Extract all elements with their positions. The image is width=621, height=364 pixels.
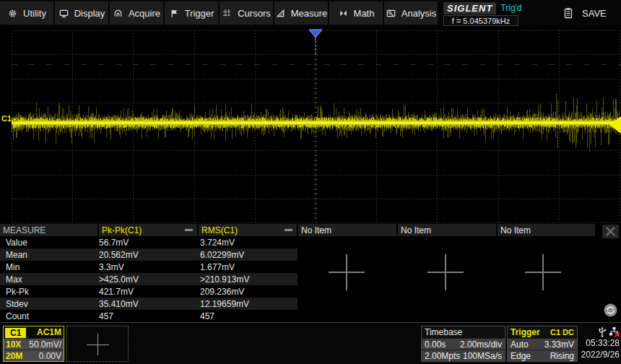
oscilloscope-screen: Utility Display Acquire Trigger <box>0 0 621 364</box>
menu-item-acquire[interactable]: Acquire <box>110 1 165 25</box>
measure-icon <box>275 8 286 19</box>
acquire-icon <box>113 8 123 19</box>
measure-column-pkpk[interactable]: Pk-Pk(C1) <box>99 224 197 236</box>
analysis-icon <box>386 8 396 19</box>
top-menu-bar: Utility Display Acquire Trigger <box>0 0 621 26</box>
trigger-mode: Auto <box>511 339 529 350</box>
cursors-icon <box>222 8 233 19</box>
math-icon <box>338 8 349 19</box>
trigger-type: Edge <box>511 351 531 361</box>
trigger-source: C1 DC <box>550 328 574 337</box>
display-icon <box>58 8 69 19</box>
close-measure-table-button[interactable] <box>602 225 619 238</box>
timebase-descriptor[interactable]: Timebase 0.00s 2.00ms/div 2.00Mpts 100MS… <box>421 326 505 362</box>
channel-offset-marker[interactable]: C1▼ <box>1 114 17 123</box>
measure-table-title-cell: MEASURE <box>0 224 97 236</box>
add-measurement-button-3[interactable] <box>525 254 561 290</box>
trigger-slope: Rising <box>550 351 574 361</box>
menu-item-cursors[interactable]: Cursors <box>220 1 274 25</box>
channel-probe: 10X <box>6 339 21 350</box>
menu-label: Math <box>354 8 375 19</box>
channel-marker-label: C1 <box>1 114 12 123</box>
add-measurement-button-2[interactable] <box>427 254 464 290</box>
trigger-level-marker[interactable] <box>609 116 621 134</box>
timebase-samplerate: 100MSa/s <box>463 351 502 361</box>
measure-column-empty-1[interactable]: No Item <box>298 224 396 236</box>
waveform-canvas[interactable] <box>0 26 621 224</box>
save-label: SAVE <box>582 8 607 19</box>
channel-1-descriptor[interactable]: C1 AC1M 10X 50.0mV/ 20M 0.00V <box>3 326 64 362</box>
trigger-descriptor[interactable]: Trigger C1 DC Auto 3.33mV Edge Rising <box>507 326 578 362</box>
menu-label: Trigger <box>185 8 214 19</box>
menu-label: Analysis <box>401 8 436 19</box>
measure-table: MEASURE Pk-Pk(C1) RMS(C1) No Item No Ite… <box>0 224 621 322</box>
measure-column-empty-2[interactable]: No Item <box>398 224 496 236</box>
measure-table-title: MEASURE <box>0 225 45 235</box>
close-icon <box>605 226 616 237</box>
remove-measure-rms-button[interactable] <box>285 229 292 231</box>
measure-column-rms[interactable]: RMS(C1) <box>199 224 297 236</box>
menu-label: Cursors <box>238 8 271 19</box>
add-measurement-button-1[interactable] <box>329 254 365 290</box>
measure-row-count: Count 457 457 <box>0 310 298 322</box>
timebase-title: Timebase <box>425 327 462 337</box>
add-channel-button[interactable] <box>66 326 129 362</box>
measure-row-stdev: Stdev 35.410mV 12.19659mV <box>0 298 298 310</box>
channel-coupling: AC1M <box>37 327 61 337</box>
timebase-delay: 0.00s <box>425 339 446 350</box>
system-status-area: 05:33:28 2022/9/26 <box>579 326 620 362</box>
channel-scale: 50.0mV/ <box>29 339 61 350</box>
brand-status-area: SIGLENT Trig'd f = 5.045379kHz <box>443 0 518 26</box>
remove-measure-pkpk-button[interactable] <box>185 229 193 231</box>
measure-row-min: Min 3.3mV 1.677mV <box>0 261 298 273</box>
trigger-level: 3.33mV <box>544 339 574 350</box>
menu-item-utility[interactable]: Utility <box>0 1 55 25</box>
siglent-logo: SIGLENT <box>443 2 496 14</box>
save-button[interactable]: SAVE <box>553 1 617 25</box>
clock-date: 2022/9/26 <box>579 349 620 360</box>
trigger-title: Trigger <box>511 327 540 337</box>
bottom-status-bar: C1 AC1M 10X 50.0mV/ 20M 0.00V Timebase 0… <box>0 322 621 364</box>
channel-bandwidth: 20M <box>6 351 22 361</box>
menu-label: Measure <box>291 8 328 19</box>
timebase-scale: 2.00ms/div <box>460 339 502 350</box>
clock-time: 05:33:28 <box>579 337 620 349</box>
menu-label: Display <box>74 8 105 19</box>
menu-label: Acquire <box>129 8 160 19</box>
menu-label: Utility <box>23 8 46 19</box>
measure-row-pkpk: Pk-Pk 421.7mV 209.236mV <box>0 285 298 298</box>
trigger-position-marker[interactable] <box>308 29 323 38</box>
flag-icon <box>169 8 180 19</box>
menu-item-trigger[interactable]: Trigger <box>165 1 220 25</box>
reset-statistics-button[interactable] <box>604 303 617 317</box>
channel-badge: C1 <box>5 328 26 338</box>
trigger-frequency: f = 5.045379kHz <box>443 15 518 26</box>
measure-row-max: Max >425.0mV >210.913mV <box>0 273 298 285</box>
gear-icon <box>7 8 18 19</box>
menu-item-analysis[interactable]: Analysis <box>384 1 439 25</box>
measure-column-empty-3[interactable]: No Item <box>498 224 595 236</box>
clipboard-icon <box>563 7 573 19</box>
menu-item-math[interactable]: Math <box>329 1 384 25</box>
usb-icon <box>598 326 607 337</box>
measure-row-mean: Mean 20.562mV 6.02299mV <box>0 248 298 261</box>
lan-disconnected-icon <box>609 326 620 337</box>
channel-offset: 0.00V <box>39 351 61 361</box>
timebase-points: 2.00Mpts <box>425 351 460 361</box>
trigger-status: Trig'd <box>500 3 521 13</box>
offset-arrow-icon: ▼ <box>12 117 17 122</box>
waveform-display[interactable]: C1▼ <box>0 26 621 224</box>
measure-row-value: Value 56.7mV 3.724mV <box>0 236 298 248</box>
menu-item-measure[interactable]: Measure <box>274 1 329 25</box>
menu-item-display[interactable]: Display <box>55 1 110 25</box>
